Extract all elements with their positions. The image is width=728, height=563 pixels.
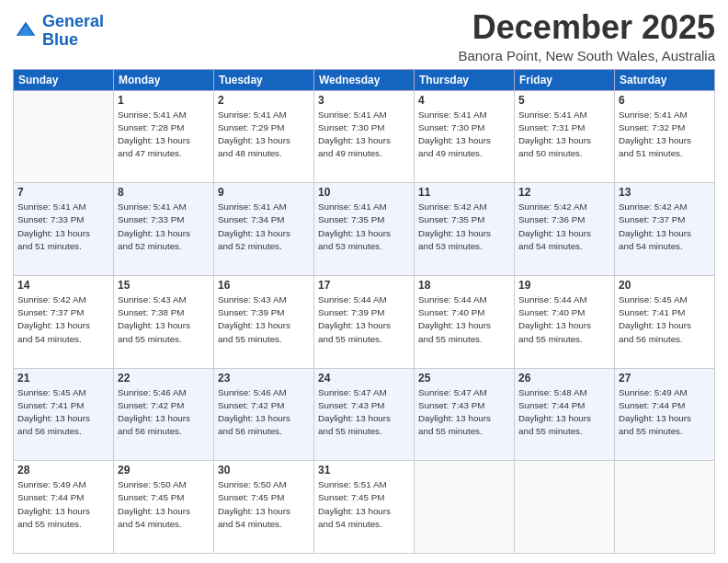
- page: General Blue December 2025 Banora Point,…: [0, 0, 728, 563]
- day-number: 17: [318, 279, 410, 292]
- calendar-day-cell: 14Sunrise: 5:42 AM Sunset: 7:37 PM Dayli…: [14, 275, 114, 368]
- weekday-header-saturday: Saturday: [615, 69, 715, 90]
- day-number: 1: [118, 94, 210, 107]
- day-info: Sunrise: 5:41 AM Sunset: 7:29 PM Dayligh…: [218, 109, 310, 161]
- calendar-day-cell: 15Sunrise: 5:43 AM Sunset: 7:38 PM Dayli…: [114, 275, 214, 368]
- day-info: Sunrise: 5:42 AM Sunset: 7:36 PM Dayligh…: [518, 201, 610, 253]
- logo-text: General Blue: [42, 13, 104, 50]
- calendar-day-cell: 25Sunrise: 5:47 AM Sunset: 7:43 PM Dayli…: [415, 368, 515, 461]
- day-number: 10: [318, 186, 410, 199]
- calendar-empty-cell: [515, 461, 615, 554]
- day-number: 16: [218, 279, 310, 292]
- calendar-day-cell: 31Sunrise: 5:51 AM Sunset: 7:45 PM Dayli…: [314, 461, 415, 554]
- day-number: 24: [318, 372, 410, 385]
- calendar-day-cell: 5Sunrise: 5:41 AM Sunset: 7:31 PM Daylig…: [515, 90, 615, 183]
- day-number: 12: [518, 186, 610, 199]
- weekday-header-thursday: Thursday: [415, 69, 515, 90]
- day-number: 6: [619, 94, 711, 107]
- day-number: 26: [518, 372, 610, 385]
- calendar-week-row: 28Sunrise: 5:49 AM Sunset: 7:44 PM Dayli…: [14, 461, 715, 554]
- day-info: Sunrise: 5:51 AM Sunset: 7:45 PM Dayligh…: [318, 478, 410, 531]
- calendar-day-cell: 26Sunrise: 5:48 AM Sunset: 7:44 PM Dayli…: [515, 368, 615, 461]
- location-title: Banora Point, New South Wales, Australia: [458, 48, 715, 63]
- day-info: Sunrise: 5:41 AM Sunset: 7:35 PM Dayligh…: [318, 201, 410, 253]
- day-number: 22: [118, 372, 210, 385]
- day-info: Sunrise: 5:41 AM Sunset: 7:34 PM Dayligh…: [218, 201, 310, 253]
- calendar-empty-cell: [615, 461, 715, 554]
- calendar-day-cell: 3Sunrise: 5:41 AM Sunset: 7:30 PM Daylig…: [314, 90, 415, 183]
- calendar-week-row: 1Sunrise: 5:41 AM Sunset: 7:28 PM Daylig…: [14, 90, 715, 183]
- day-info: Sunrise: 5:44 AM Sunset: 7:40 PM Dayligh…: [518, 293, 610, 346]
- day-number: 27: [619, 372, 711, 385]
- calendar-week-row: 7Sunrise: 5:41 AM Sunset: 7:33 PM Daylig…: [14, 183, 715, 276]
- day-number: 29: [118, 464, 210, 477]
- day-number: 18: [418, 279, 510, 292]
- weekday-header-sunday: Sunday: [14, 69, 114, 90]
- day-info: Sunrise: 5:41 AM Sunset: 7:33 PM Dayligh…: [118, 201, 210, 253]
- weekday-header-row: SundayMondayTuesdayWednesdayThursdayFrid…: [14, 69, 715, 90]
- calendar-day-cell: 1Sunrise: 5:41 AM Sunset: 7:28 PM Daylig…: [114, 90, 214, 183]
- day-info: Sunrise: 5:47 AM Sunset: 7:43 PM Dayligh…: [318, 386, 410, 439]
- day-info: Sunrise: 5:45 AM Sunset: 7:41 PM Dayligh…: [619, 293, 711, 346]
- day-info: Sunrise: 5:46 AM Sunset: 7:42 PM Dayligh…: [218, 386, 310, 439]
- weekday-header-friday: Friday: [515, 69, 615, 90]
- calendar-empty-cell: [415, 461, 515, 554]
- weekday-header-tuesday: Tuesday: [214, 69, 314, 90]
- day-number: 21: [17, 372, 109, 385]
- day-info: Sunrise: 5:41 AM Sunset: 7:28 PM Dayligh…: [118, 109, 210, 161]
- month-title: December 2025: [458, 9, 715, 46]
- day-info: Sunrise: 5:48 AM Sunset: 7:44 PM Dayligh…: [518, 386, 610, 439]
- calendar-day-cell: 22Sunrise: 5:46 AM Sunset: 7:42 PM Dayli…: [114, 368, 214, 461]
- day-info: Sunrise: 5:47 AM Sunset: 7:43 PM Dayligh…: [418, 386, 510, 439]
- day-number: 15: [118, 279, 210, 292]
- day-number: 25: [418, 372, 510, 385]
- day-number: 14: [17, 279, 109, 292]
- weekday-header-monday: Monday: [114, 69, 214, 90]
- calendar-day-cell: 2Sunrise: 5:41 AM Sunset: 7:29 PM Daylig…: [214, 90, 314, 183]
- calendar-empty-cell: [14, 90, 114, 183]
- day-info: Sunrise: 5:43 AM Sunset: 7:39 PM Dayligh…: [218, 293, 310, 346]
- calendar-day-cell: 19Sunrise: 5:44 AM Sunset: 7:40 PM Dayli…: [515, 275, 615, 368]
- day-number: 28: [17, 464, 109, 477]
- day-number: 4: [418, 94, 510, 107]
- calendar-day-cell: 12Sunrise: 5:42 AM Sunset: 7:36 PM Dayli…: [515, 183, 615, 276]
- calendar-day-cell: 8Sunrise: 5:41 AM Sunset: 7:33 PM Daylig…: [114, 183, 214, 276]
- calendar-day-cell: 28Sunrise: 5:49 AM Sunset: 7:44 PM Dayli…: [14, 461, 114, 554]
- day-info: Sunrise: 5:50 AM Sunset: 7:45 PM Dayligh…: [218, 478, 310, 531]
- calendar-day-cell: 17Sunrise: 5:44 AM Sunset: 7:39 PM Dayli…: [314, 275, 415, 368]
- calendar-day-cell: 13Sunrise: 5:42 AM Sunset: 7:37 PM Dayli…: [615, 183, 715, 276]
- day-number: 20: [619, 279, 711, 292]
- calendar-day-cell: 20Sunrise: 5:45 AM Sunset: 7:41 PM Dayli…: [615, 275, 715, 368]
- logo: General Blue: [13, 13, 104, 50]
- day-number: 5: [518, 94, 610, 107]
- day-info: Sunrise: 5:49 AM Sunset: 7:44 PM Dayligh…: [17, 478, 109, 531]
- day-info: Sunrise: 5:41 AM Sunset: 7:30 PM Dayligh…: [418, 109, 510, 161]
- calendar-day-cell: 23Sunrise: 5:46 AM Sunset: 7:42 PM Dayli…: [214, 368, 314, 461]
- day-number: 23: [218, 372, 310, 385]
- calendar-day-cell: 7Sunrise: 5:41 AM Sunset: 7:33 PM Daylig…: [14, 183, 114, 276]
- header: General Blue December 2025 Banora Point,…: [13, 9, 715, 63]
- day-info: Sunrise: 5:45 AM Sunset: 7:41 PM Dayligh…: [17, 386, 109, 439]
- day-number: 30: [218, 464, 310, 477]
- calendar-day-cell: 16Sunrise: 5:43 AM Sunset: 7:39 PM Dayli…: [214, 275, 314, 368]
- calendar-day-cell: 30Sunrise: 5:50 AM Sunset: 7:45 PM Dayli…: [214, 461, 314, 554]
- day-number: 8: [118, 186, 210, 199]
- logo-icon: [13, 18, 39, 44]
- day-info: Sunrise: 5:41 AM Sunset: 7:32 PM Dayligh…: [619, 109, 711, 161]
- day-info: Sunrise: 5:50 AM Sunset: 7:45 PM Dayligh…: [118, 478, 210, 531]
- day-number: 31: [318, 464, 410, 477]
- day-info: Sunrise: 5:42 AM Sunset: 7:35 PM Dayligh…: [418, 201, 510, 253]
- day-number: 19: [518, 279, 610, 292]
- weekday-header-wednesday: Wednesday: [314, 69, 415, 90]
- day-info: Sunrise: 5:42 AM Sunset: 7:37 PM Dayligh…: [619, 201, 711, 253]
- calendar-day-cell: 29Sunrise: 5:50 AM Sunset: 7:45 PM Dayli…: [114, 461, 214, 554]
- calendar-day-cell: 21Sunrise: 5:45 AM Sunset: 7:41 PM Dayli…: [14, 368, 114, 461]
- day-info: Sunrise: 5:49 AM Sunset: 7:44 PM Dayligh…: [619, 386, 711, 439]
- day-info: Sunrise: 5:46 AM Sunset: 7:42 PM Dayligh…: [118, 386, 210, 439]
- day-number: 9: [218, 186, 310, 199]
- calendar-day-cell: 10Sunrise: 5:41 AM Sunset: 7:35 PM Dayli…: [314, 183, 415, 276]
- calendar-day-cell: 27Sunrise: 5:49 AM Sunset: 7:44 PM Dayli…: [615, 368, 715, 461]
- calendar-week-row: 14Sunrise: 5:42 AM Sunset: 7:37 PM Dayli…: [14, 275, 715, 368]
- day-info: Sunrise: 5:44 AM Sunset: 7:40 PM Dayligh…: [418, 293, 510, 346]
- day-number: 13: [619, 186, 711, 199]
